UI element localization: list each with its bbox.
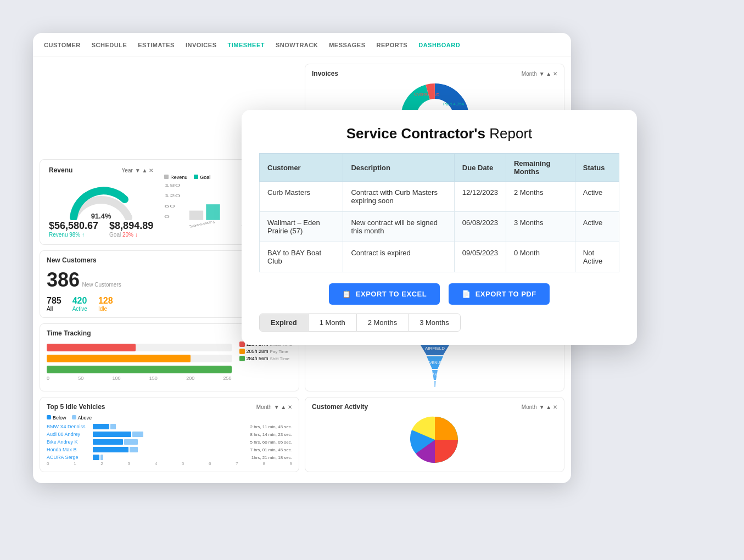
funnel-chart: AIRFIELD AVENUE LANE [312, 341, 557, 385]
col-description: Description [343, 154, 454, 182]
tab-2months[interactable]: 2 Months [357, 314, 409, 331]
svg-text:AVENUE: AVENUE [427, 361, 443, 365]
table-row: Wallmart – Eden Prairie (57) New contrac… [260, 212, 619, 242]
nav-messages[interactable]: MESSAGES [329, 42, 365, 48]
svg-rect-5 [206, 204, 220, 220]
revenue-value: $56,580.67 [49, 220, 98, 232]
export-pdf-button[interactable]: 📄 EXPORT TO PDF [449, 283, 550, 305]
customers-value: 386 [47, 268, 80, 291]
col-remaining: Remaining Months [506, 154, 575, 182]
revenue-stats: $56,580.67 Revenu 98% ↑ $8,894.89 Goal 2… [49, 220, 153, 238]
report-actions: 📋 EXPORT TO EXCEL 📄 EXPORT TO PDF [259, 283, 619, 305]
svg-text:120: 120 [164, 194, 181, 198]
nav-snowtrack[interactable]: SNOWTRACK [276, 42, 318, 48]
svg-text:January: January [187, 220, 217, 228]
svg-text:Paid 4,754: Paid 4,754 [443, 102, 465, 107]
widget-top-vehicles: Top 5 Idle Vehicles Month ▼ ▲ ✕ Below Ab… [40, 397, 299, 472]
report-table: Customer Description Due Date Remaining … [259, 153, 619, 272]
export-excel-button[interactable]: 📋 EXPORT TO EXCEL [329, 283, 440, 305]
svg-text:0: 0 [164, 215, 170, 219]
svg-text:LANE: LANE [430, 373, 439, 376]
tab-expired[interactable]: Expired [260, 314, 309, 331]
gauge-percent: 91.4% [91, 212, 111, 220]
nav-dashboard[interactable]: DASHBOARD [418, 42, 460, 48]
goal-value: $8,894.89 [109, 220, 153, 232]
col-status: Status [575, 154, 619, 182]
nav-bar: CUSTOMER SCHEDULE ESTIMATES INVOICES TIM… [33, 33, 571, 57]
svg-text:60: 60 [164, 204, 175, 208]
nav-timesheet[interactable]: TIMESHEET [227, 42, 264, 48]
col-due-date: Due Date [454, 154, 506, 182]
tab-3months[interactable]: 3 Months [409, 314, 460, 331]
nav-customer[interactable]: CUSTOMER [44, 42, 81, 48]
nav-estimates[interactable]: ESTIMATES [138, 42, 175, 48]
report-title: Service Contractor's Report [259, 125, 619, 142]
vehicles-title: Top 5 Idle Vehicles [47, 403, 105, 411]
svg-text:Overdue 235: Overdue 235 [414, 92, 440, 97]
nav-reports[interactable]: REPORTS [377, 42, 408, 48]
customer-activity-title: Customer Activity [312, 403, 368, 411]
nav-schedule[interactable]: SCHEDULE [92, 42, 127, 48]
widget-customer-activity: Customer Activity Month ▼ ▲ ✕ [305, 397, 564, 472]
svg-marker-35 [434, 381, 436, 387]
svg-text:AIRFIELD: AIRFIELD [424, 346, 444, 351]
vehicle-bars: BMW X4 Denniss 2 hrs, 11 min, 45 sec. Au… [47, 424, 292, 460]
excel-icon: 📋 [342, 290, 351, 298]
table-row: Curb Masters Contract with Curb Masters … [260, 182, 619, 212]
revenue-controls: Year ▼ ▲ ✕ [122, 167, 154, 173]
pdf-icon: 📄 [462, 290, 471, 298]
gauge-container: 91.4% [65, 176, 137, 220]
table-row: BAY to BAY Boat Club Contract is expired… [260, 242, 619, 272]
col-customer: Customer [260, 154, 343, 182]
invoices-title: Invoices [312, 70, 338, 77]
pie-chart [312, 415, 557, 459]
time-tracking-title: Time Tracking [47, 329, 91, 337]
time-bars [47, 344, 232, 373]
report-card: Service Contractor's Report Customer Des… [242, 110, 637, 345]
svg-rect-4 [189, 211, 203, 220]
svg-text:180: 180 [164, 183, 181, 187]
invoices-controls: Month ▼ ▲ ✕ [522, 71, 557, 77]
nav-invoices[interactable]: INVOICES [186, 42, 217, 48]
new-customers-title: New Customers [47, 256, 97, 264]
tab-1month[interactable]: 1 Month [309, 314, 357, 331]
report-tabs: Expired 1 Month 2 Months 3 Months [259, 313, 461, 332]
revenue-title: Revenu [49, 166, 72, 174]
